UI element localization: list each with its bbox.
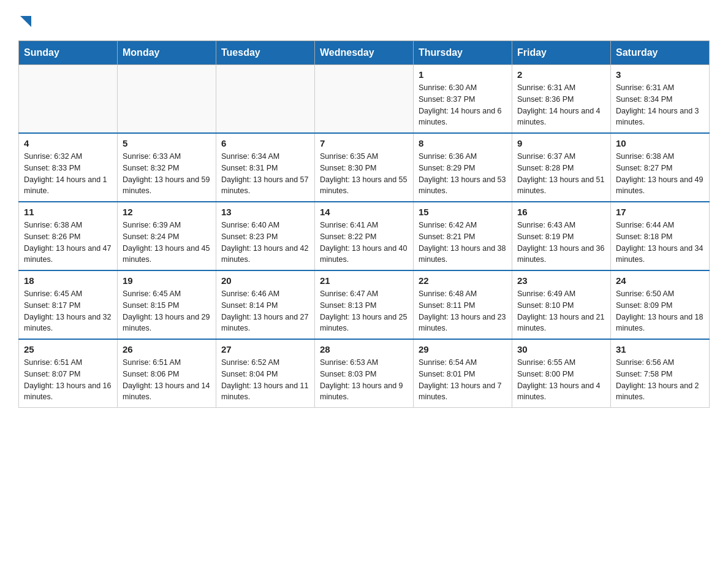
day-info: Sunrise: 6:45 AMSunset: 8:17 PMDaylight:… <box>24 288 112 334</box>
day-info: Sunrise: 6:32 AMSunset: 8:33 PMDaylight:… <box>24 151 112 197</box>
calendar-header-sunday: Sunday <box>19 41 118 65</box>
day-number: 6 <box>221 138 309 148</box>
day-number: 21 <box>320 275 408 286</box>
calendar-day-cell: 2Sunrise: 6:31 AMSunset: 8:36 PMDaylight… <box>512 65 611 134</box>
calendar-day-cell <box>216 65 315 134</box>
day-number: 28 <box>320 344 408 354</box>
day-number: 5 <box>123 138 211 148</box>
calendar-table: SundayMondayTuesdayWednesdayThursdayFrid… <box>18 40 710 408</box>
day-number: 4 <box>24 138 112 148</box>
calendar-day-cell: 3Sunrise: 6:31 AMSunset: 8:34 PMDaylight… <box>611 65 710 134</box>
calendar-day-cell: 30Sunrise: 6:55 AMSunset: 8:00 PMDayligh… <box>512 339 611 408</box>
day-info: Sunrise: 6:30 AMSunset: 8:37 PMDaylight:… <box>419 82 507 128</box>
calendar-header-monday: Monday <box>118 41 216 65</box>
day-number: 7 <box>320 138 408 148</box>
calendar-day-cell: 8Sunrise: 6:36 AMSunset: 8:29 PMDaylight… <box>414 133 512 202</box>
day-number: 22 <box>419 275 507 286</box>
day-info: Sunrise: 6:41 AMSunset: 8:22 PMDaylight:… <box>320 220 408 266</box>
day-number: 10 <box>616 138 704 148</box>
calendar-week-row: 1Sunrise: 6:30 AMSunset: 8:37 PMDaylight… <box>19 65 710 134</box>
calendar-day-cell: 29Sunrise: 6:54 AMSunset: 8:01 PMDayligh… <box>414 339 512 408</box>
day-number: 25 <box>24 344 112 354</box>
calendar-day-cell: 12Sunrise: 6:39 AMSunset: 8:24 PMDayligh… <box>118 202 216 270</box>
calendar-week-row: 18Sunrise: 6:45 AMSunset: 8:17 PMDayligh… <box>19 270 710 339</box>
day-number: 15 <box>419 207 507 217</box>
calendar-day-cell: 21Sunrise: 6:47 AMSunset: 8:13 PMDayligh… <box>315 270 414 339</box>
day-info: Sunrise: 6:49 AMSunset: 8:10 PMDaylight:… <box>517 288 605 334</box>
day-number: 17 <box>616 207 704 217</box>
day-info: Sunrise: 6:52 AMSunset: 8:04 PMDaylight:… <box>221 357 309 403</box>
day-number: 2 <box>517 69 605 80</box>
calendar-day-cell: 7Sunrise: 6:35 AMSunset: 8:30 PMDaylight… <box>315 133 414 202</box>
day-number: 20 <box>221 275 309 286</box>
logo <box>18 15 31 29</box>
day-info: Sunrise: 6:55 AMSunset: 8:00 PMDaylight:… <box>517 357 605 403</box>
calendar-day-cell: 20Sunrise: 6:46 AMSunset: 8:14 PMDayligh… <box>216 270 315 339</box>
day-info: Sunrise: 6:42 AMSunset: 8:21 PMDaylight:… <box>419 220 507 266</box>
day-info: Sunrise: 6:54 AMSunset: 8:01 PMDaylight:… <box>419 357 507 403</box>
day-number: 24 <box>616 275 704 286</box>
calendar-day-cell: 15Sunrise: 6:42 AMSunset: 8:21 PMDayligh… <box>414 202 512 270</box>
calendar-header-row: SundayMondayTuesdayWednesdayThursdayFrid… <box>19 41 710 65</box>
day-info: Sunrise: 6:37 AMSunset: 8:28 PMDaylight:… <box>517 151 605 197</box>
day-info: Sunrise: 6:31 AMSunset: 8:36 PMDaylight:… <box>517 82 605 128</box>
calendar-day-cell: 14Sunrise: 6:41 AMSunset: 8:22 PMDayligh… <box>315 202 414 270</box>
calendar-day-cell: 5Sunrise: 6:33 AMSunset: 8:32 PMDaylight… <box>118 133 216 202</box>
calendar-day-cell: 24Sunrise: 6:50 AMSunset: 8:09 PMDayligh… <box>611 270 710 339</box>
day-number: 31 <box>616 344 704 354</box>
calendar-header-wednesday: Wednesday <box>315 41 414 65</box>
day-info: Sunrise: 6:33 AMSunset: 8:32 PMDaylight:… <box>123 151 211 197</box>
day-number: 12 <box>123 207 211 217</box>
calendar-day-cell: 9Sunrise: 6:37 AMSunset: 8:28 PMDaylight… <box>512 133 611 202</box>
logo-triangle-icon <box>20 16 31 27</box>
day-info: Sunrise: 6:34 AMSunset: 8:31 PMDaylight:… <box>221 151 309 197</box>
calendar-day-cell: 19Sunrise: 6:45 AMSunset: 8:15 PMDayligh… <box>118 270 216 339</box>
calendar-day-cell: 17Sunrise: 6:44 AMSunset: 8:18 PMDayligh… <box>611 202 710 270</box>
calendar-day-cell <box>19 65 118 134</box>
day-info: Sunrise: 6:35 AMSunset: 8:30 PMDaylight:… <box>320 151 408 197</box>
day-info: Sunrise: 6:46 AMSunset: 8:14 PMDaylight:… <box>221 288 309 334</box>
calendar-day-cell: 10Sunrise: 6:38 AMSunset: 8:27 PMDayligh… <box>611 133 710 202</box>
calendar-day-cell: 22Sunrise: 6:48 AMSunset: 8:11 PMDayligh… <box>414 270 512 339</box>
day-number: 14 <box>320 207 408 217</box>
day-info: Sunrise: 6:44 AMSunset: 8:18 PMDaylight:… <box>616 220 704 266</box>
day-number: 23 <box>517 275 605 286</box>
calendar-day-cell: 4Sunrise: 6:32 AMSunset: 8:33 PMDaylight… <box>19 133 118 202</box>
calendar-day-cell <box>315 65 414 134</box>
day-info: Sunrise: 6:43 AMSunset: 8:19 PMDaylight:… <box>517 220 605 266</box>
calendar-day-cell: 25Sunrise: 6:51 AMSunset: 8:07 PMDayligh… <box>19 339 118 408</box>
calendar-header-friday: Friday <box>512 41 611 65</box>
day-number: 30 <box>517 344 605 354</box>
day-number: 11 <box>24 207 112 217</box>
day-info: Sunrise: 6:36 AMSunset: 8:29 PMDaylight:… <box>419 151 507 197</box>
calendar-day-cell: 28Sunrise: 6:53 AMSunset: 8:03 PMDayligh… <box>315 339 414 408</box>
page-header <box>18 15 710 29</box>
day-info: Sunrise: 6:39 AMSunset: 8:24 PMDaylight:… <box>123 220 211 266</box>
day-info: Sunrise: 6:56 AMSunset: 7:58 PMDaylight:… <box>616 357 704 403</box>
day-info: Sunrise: 6:38 AMSunset: 8:27 PMDaylight:… <box>616 151 704 197</box>
day-number: 13 <box>221 207 309 217</box>
day-info: Sunrise: 6:50 AMSunset: 8:09 PMDaylight:… <box>616 288 704 334</box>
day-info: Sunrise: 6:53 AMSunset: 8:03 PMDaylight:… <box>320 357 408 403</box>
day-number: 27 <box>221 344 309 354</box>
calendar-week-row: 11Sunrise: 6:38 AMSunset: 8:26 PMDayligh… <box>19 202 710 270</box>
calendar-header-saturday: Saturday <box>611 41 710 65</box>
day-number: 3 <box>616 69 704 80</box>
day-number: 26 <box>123 344 211 354</box>
day-number: 9 <box>517 138 605 148</box>
day-info: Sunrise: 6:51 AMSunset: 8:07 PMDaylight:… <box>24 357 112 403</box>
calendar-day-cell: 6Sunrise: 6:34 AMSunset: 8:31 PMDaylight… <box>216 133 315 202</box>
calendar-day-cell: 16Sunrise: 6:43 AMSunset: 8:19 PMDayligh… <box>512 202 611 270</box>
day-number: 19 <box>123 275 211 286</box>
day-number: 18 <box>24 275 112 286</box>
calendar-day-cell: 13Sunrise: 6:40 AMSunset: 8:23 PMDayligh… <box>216 202 315 270</box>
day-number: 1 <box>419 69 507 80</box>
calendar-day-cell: 27Sunrise: 6:52 AMSunset: 8:04 PMDayligh… <box>216 339 315 408</box>
day-number: 29 <box>419 344 507 354</box>
calendar-day-cell: 23Sunrise: 6:49 AMSunset: 8:10 PMDayligh… <box>512 270 611 339</box>
calendar-day-cell: 1Sunrise: 6:30 AMSunset: 8:37 PMDaylight… <box>414 65 512 134</box>
calendar-week-row: 25Sunrise: 6:51 AMSunset: 8:07 PMDayligh… <box>19 339 710 408</box>
svg-marker-0 <box>20 16 31 27</box>
calendar-day-cell: 26Sunrise: 6:51 AMSunset: 8:06 PMDayligh… <box>118 339 216 408</box>
calendar-header-thursday: Thursday <box>414 41 512 65</box>
